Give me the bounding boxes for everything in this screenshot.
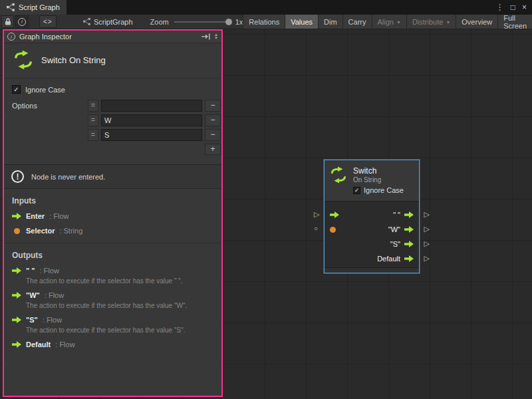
port-type: : Flow [55, 340, 74, 348]
port-name: " " [26, 267, 35, 275]
node-subtitle: On String [353, 176, 404, 184]
selector-port-dot[interactable] [330, 227, 336, 233]
output-port-row: "W" : Flow [12, 291, 213, 299]
outputs-header: Outputs [12, 251, 213, 260]
align-dropdown[interactable]: Align▼ [372, 15, 406, 29]
ignore-case-checkbox[interactable]: ✓ [353, 187, 360, 194]
full-screen-button[interactable]: Full Screen [497, 15, 532, 29]
input-flow-stub-icon[interactable]: ▷ [314, 210, 319, 218]
drag-handle-icon[interactable]: = [88, 100, 98, 112]
flow-out-arrow-icon[interactable] [404, 255, 414, 262]
values-button[interactable]: Values [285, 15, 318, 29]
node-header[interactable]: Switch On String ✓ Ignore Case [325, 160, 419, 201]
options-list: = − = − = − + [88, 100, 221, 155]
inspector-toggle-button[interactable]: i [15, 15, 28, 28]
options-label: Options [12, 100, 88, 155]
inspector-controls: ✓ Ignore Case Options = − = − [4, 78, 221, 158]
node-port-row: "W" [325, 222, 419, 237]
carry-button[interactable]: Carry [342, 15, 372, 29]
graph-asset: ScriptGraph [83, 15, 133, 29]
port-name: Enter [26, 212, 45, 220]
zoom-slider[interactable] [174, 21, 230, 23]
port-name: "S" [26, 316, 38, 324]
scrub-down-icon[interactable]: ▼ [214, 37, 218, 40]
drag-handle-icon[interactable]: = [88, 114, 98, 126]
lock-button[interactable] [1, 15, 14, 28]
switch-on-string-node[interactable]: Switch On String ✓ Ignore Case " " [324, 160, 420, 273]
port-type: : Flow [49, 212, 68, 220]
code-icon: <> [43, 18, 53, 25]
close-icon[interactable]: × [522, 3, 527, 12]
chevron-down-icon: ▼ [396, 20, 401, 25]
remove-option-button[interactable]: − [205, 129, 221, 141]
carry-label: Carry [348, 18, 366, 26]
output-port-row: " " : Flow [12, 267, 213, 275]
warning-icon: ! [11, 170, 24, 183]
check-icon: ✓ [13, 86, 19, 93]
input-value-stub-icon[interactable]: ○ [314, 225, 318, 233]
flow-out-arrow-icon[interactable] [404, 211, 414, 218]
input-port-row: Enter : Flow [12, 212, 213, 220]
node-port-row: " " [325, 207, 419, 222]
ignore-case-label: Ignore Case [364, 186, 404, 194]
port-label-w: "W" [388, 225, 400, 233]
output-stub-icon[interactable]: ▷ [424, 225, 430, 233]
option-row: = − [88, 114, 221, 126]
panel-scrubber[interactable]: ▲ ▼ [214, 33, 218, 40]
options-field: Options = − = − = − [12, 100, 213, 155]
graph-asset-name: ScriptGraph [94, 18, 133, 26]
flow-in-arrow-icon[interactable] [330, 211, 339, 218]
code-view-button[interactable]: <> [39, 15, 57, 28]
flow-port-icon [12, 292, 21, 299]
ignore-case-checkbox[interactable]: ✓ [12, 85, 21, 94]
flow-out-arrow-icon[interactable] [404, 226, 414, 233]
output-stub-icon[interactable]: ▷ [424, 254, 430, 262]
switch-icon [330, 166, 347, 184]
distribute-dropdown[interactable]: Distribute▼ [406, 15, 456, 29]
node-footer [325, 267, 419, 273]
warning-text: Node is never entered. [31, 173, 105, 181]
inputs-section: Inputs Enter : Flow Selector : String [4, 189, 221, 241]
output-stub-icon[interactable]: ▷ [424, 239, 430, 247]
drag-handle-icon[interactable]: = [88, 129, 98, 141]
zoom-control: Zoom 1x [150, 15, 243, 29]
zoom-slider-knob[interactable] [225, 19, 232, 25]
option-input-1[interactable] [101, 114, 202, 126]
remove-option-button[interactable]: − [205, 100, 221, 112]
distribute-label: Distribute [412, 18, 443, 26]
dim-button[interactable]: Dim [318, 15, 342, 29]
node-port-row: Default [325, 251, 419, 266]
warning-banner: ! Node is never entered. [4, 164, 221, 189]
output-stub-icon[interactable]: ▷ [424, 210, 430, 218]
dim-label: Dim [324, 18, 337, 26]
flow-out-arrow-icon[interactable] [404, 241, 414, 247]
info-icon: i [18, 18, 26, 26]
tab-script-graph[interactable]: Script Graph [0, 0, 66, 15]
option-input-2[interactable] [101, 129, 202, 141]
overview-label: Overview [462, 18, 492, 26]
port-type: : Flow [45, 291, 64, 299]
port-name: "W" [26, 291, 40, 299]
menu-kebab-icon[interactable]: ⋮ [496, 3, 504, 12]
check-icon: ✓ [354, 187, 360, 194]
flow-port-icon [12, 267, 21, 274]
flow-port-icon [12, 317, 21, 323]
node-port-row: "S" [325, 237, 419, 251]
add-option-button[interactable]: + [205, 144, 221, 155]
tab-title: Script Graph [19, 3, 60, 11]
option-input-0[interactable] [101, 100, 202, 112]
maximize-icon[interactable]: □ [511, 3, 515, 12]
pop-out-icon[interactable] [201, 33, 210, 40]
overview-button[interactable]: Overview [456, 15, 497, 29]
port-label-default: Default [377, 255, 400, 263]
ignore-case-row: ✓ Ignore Case [12, 85, 213, 94]
zoom-label: Zoom [150, 18, 169, 26]
values-label: Values [291, 18, 313, 26]
inspector-node-title: Switch On String [41, 55, 106, 65]
remove-option-button[interactable]: − [205, 114, 221, 126]
align-label: Align [378, 18, 394, 26]
output-port-row: "S" : Flow [12, 316, 213, 324]
relations-button[interactable]: Relations [243, 15, 285, 29]
port-type: : String [59, 227, 82, 235]
graph-toolbar: i <> ScriptGraph Zoom 1x Relations Value… [0, 15, 532, 29]
